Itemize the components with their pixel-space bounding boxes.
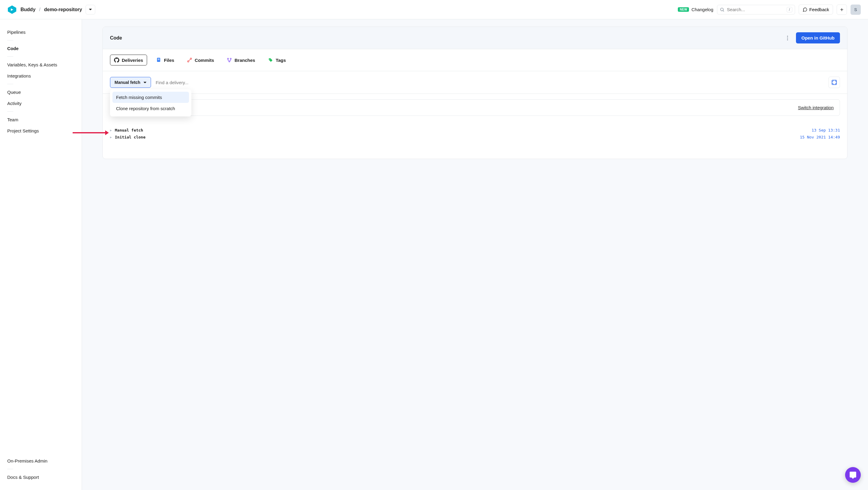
search-shortcut-key: / bbox=[786, 7, 792, 12]
dropdown-item-fetch-missing[interactable]: Fetch missing commits bbox=[113, 92, 189, 103]
intercom-icon bbox=[849, 471, 857, 479]
tab-files[interactable]: Files bbox=[153, 55, 178, 65]
sidebar-item-code[interactable]: Code bbox=[7, 43, 74, 54]
layout: Pipelines Code Variables, Keys & Assets … bbox=[0, 19, 868, 490]
svg-point-15 bbox=[227, 58, 229, 59]
branches-icon bbox=[227, 57, 232, 63]
header-right: NEW Changelog / Feedback S bbox=[678, 4, 861, 15]
svg-line-14 bbox=[189, 59, 190, 61]
breadcrumb-workspace[interactable]: Buddy bbox=[21, 7, 36, 12]
user-avatar[interactable]: S bbox=[850, 4, 861, 15]
breadcrumb-project[interactable]: demo-repository bbox=[44, 7, 82, 12]
fetch-dropdown-menu: Fetch missing commits Clone repository f… bbox=[110, 89, 191, 116]
svg-point-16 bbox=[230, 58, 231, 59]
main-content: Code Open in GitHub Deliveries Files bbox=[82, 19, 868, 490]
svg-point-13 bbox=[190, 58, 192, 59]
tab-label: Branches bbox=[235, 58, 255, 63]
sidebar-divider bbox=[7, 56, 13, 57]
dropdown-item-clone-scratch[interactable]: Clone repository from scratch bbox=[113, 103, 189, 114]
files-icon bbox=[156, 57, 161, 63]
svg-point-8 bbox=[787, 39, 788, 40]
search-box[interactable]: / bbox=[717, 5, 795, 15]
delivery-row[interactable]: ▶ Initial clone 15 Nov 2021 14:49 bbox=[110, 134, 840, 141]
open-in-github-button[interactable]: Open in GitHub bbox=[796, 32, 840, 44]
sidebar-item-team[interactable]: Team bbox=[7, 114, 74, 125]
sidebar-item-variables[interactable]: Variables, Keys & Assets bbox=[7, 59, 74, 70]
svg-point-7 bbox=[787, 37, 788, 38]
svg-point-6 bbox=[787, 36, 788, 36]
sidebar-item-queue[interactable]: Queue bbox=[7, 87, 74, 98]
feedback-label: Feedback bbox=[809, 7, 829, 12]
card-actions: Open in GitHub bbox=[783, 32, 840, 44]
sidebar-item-pipelines[interactable]: Pipelines bbox=[7, 27, 74, 38]
tab-label: Files bbox=[164, 58, 174, 63]
sidebar: Pipelines Code Variables, Keys & Assets … bbox=[0, 19, 82, 490]
card-menu-button[interactable] bbox=[783, 33, 792, 43]
sidebar-item-docs-support[interactable]: Docs & Support bbox=[7, 471, 74, 483]
breadcrumb-separator: / bbox=[39, 7, 40, 12]
sidebar-item-integrations[interactable]: Integrations bbox=[7, 70, 74, 82]
kebab-icon bbox=[787, 36, 788, 40]
tab-label: Tags bbox=[276, 58, 286, 63]
delivery-row[interactable]: ▶ Manual fetch 13 Sep 13:31 bbox=[110, 127, 840, 134]
card-title: Code bbox=[110, 35, 122, 41]
svg-point-12 bbox=[187, 61, 189, 62]
fetch-label: Manual fetch bbox=[115, 80, 141, 85]
search-input[interactable] bbox=[727, 7, 784, 12]
breadcrumb: Buddy / demo-repository bbox=[21, 7, 82, 12]
svg-point-2 bbox=[720, 8, 723, 10]
deliveries-list: ▶ Manual fetch 13 Sep 13:31 ▶ Initial cl… bbox=[103, 121, 847, 159]
tab-commits[interactable]: Commits bbox=[183, 55, 218, 65]
changelog-link[interactable]: NEW Changelog bbox=[678, 7, 713, 12]
intercom-launcher[interactable] bbox=[845, 467, 861, 483]
sidebar-item-on-premises-admin[interactable]: On-Premises Admin bbox=[7, 455, 74, 466]
project-dropdown-button[interactable] bbox=[86, 5, 95, 15]
fullscreen-icon bbox=[831, 79, 837, 85]
sidebar-item-project-settings[interactable]: Project Settings bbox=[7, 125, 74, 136]
search-icon bbox=[720, 7, 724, 12]
add-button[interactable] bbox=[837, 4, 847, 15]
annotation-arrow bbox=[73, 130, 109, 137]
delivery-timestamp: 13 Sep 13:31 bbox=[812, 128, 840, 133]
delivery-name: Initial clone bbox=[115, 135, 146, 139]
manual-fetch-button[interactable]: Manual fetch bbox=[110, 77, 151, 88]
find-delivery-input[interactable] bbox=[156, 80, 824, 85]
integration-box: Switch integration bbox=[110, 99, 840, 116]
tab-tags[interactable]: Tags bbox=[264, 55, 290, 65]
svg-marker-20 bbox=[105, 131, 109, 135]
switch-integration-link[interactable]: Switch integration bbox=[798, 105, 834, 110]
github-icon bbox=[114, 57, 119, 63]
header-left: Buddy / demo-repository bbox=[7, 5, 95, 15]
expand-arrow-icon: ▶ bbox=[110, 136, 112, 139]
app-header: Buddy / demo-repository NEW Changelog / … bbox=[0, 0, 868, 19]
feedback-button[interactable]: Feedback bbox=[799, 4, 833, 15]
tab-label: Commits bbox=[195, 58, 214, 63]
delivery-timestamp: 15 Nov 2021 14:49 bbox=[800, 135, 840, 139]
tab-label: Deliveries bbox=[122, 58, 143, 63]
chat-icon bbox=[803, 7, 807, 12]
plus-icon bbox=[839, 7, 844, 12]
caret-down-icon bbox=[144, 82, 147, 83]
buddy-logo[interactable] bbox=[7, 5, 17, 15]
deliveries-toolbar: Manual fetch Fetch missing commits Clone… bbox=[103, 71, 847, 94]
svg-rect-10 bbox=[158, 59, 159, 59]
fullscreen-button[interactable] bbox=[829, 77, 840, 88]
caret-down-icon bbox=[89, 9, 92, 10]
changelog-label: Changelog bbox=[691, 7, 713, 12]
sidebar-item-activity[interactable]: Activity bbox=[7, 98, 74, 109]
tab-branches[interactable]: Branches bbox=[223, 55, 258, 65]
commits-icon bbox=[187, 57, 192, 63]
sidebar-divider bbox=[7, 84, 13, 84]
code-card: Code Open in GitHub Deliveries Files bbox=[102, 27, 847, 159]
tabs: Deliveries Files Commits Branches Tags bbox=[103, 49, 847, 71]
svg-point-18 bbox=[270, 59, 270, 59]
tab-deliveries[interactable]: Deliveries bbox=[110, 55, 147, 65]
svg-line-3 bbox=[723, 10, 724, 11]
svg-rect-21 bbox=[832, 80, 837, 85]
sidebar-divider bbox=[7, 469, 13, 469]
expand-arrow-icon: ▶ bbox=[110, 128, 112, 132]
delivery-name: Manual fetch bbox=[115, 128, 143, 133]
tags-icon bbox=[268, 57, 273, 63]
sidebar-divider bbox=[7, 111, 13, 112]
svg-rect-11 bbox=[158, 60, 159, 60]
